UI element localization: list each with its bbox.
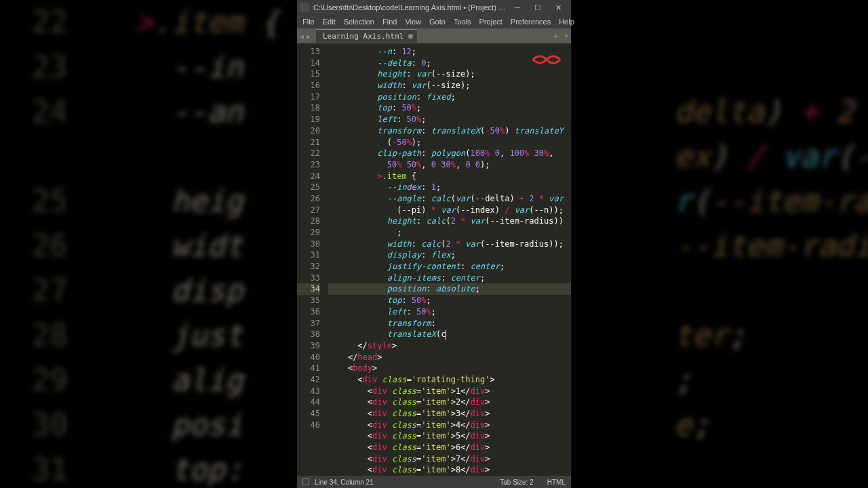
code-line[interactable]: <body> [328,363,571,374]
line-gutter: 1314151617181920212223242526272829303132… [297,43,326,476]
code-line[interactable]: (-50%); [328,137,571,148]
gutter-line: 34 [297,283,320,295]
code-line[interactable]: width: calc(2 * var(--item-radius)); [328,239,571,250]
add-tab-button[interactable]: + [553,30,559,41]
gutter-line: 20 [297,125,320,137]
status-position[interactable]: Line 34, Column 21 [315,479,374,486]
code-line[interactable]: <div class='item'>3</div> [328,408,571,420]
nav-fwd-icon[interactable]: ▶ [307,33,313,40]
menu-selection[interactable]: Selection [340,16,378,27]
code-line[interactable]: </style> [328,340,571,352]
menu-goto[interactable]: Goto [425,16,450,27]
code-line[interactable]: top: 50%; [328,102,571,114]
code-line[interactable]: display: flex; [328,249,571,261]
gutter-line: 22 [297,148,320,159]
code-line[interactable]: align-items: center; [328,272,571,284]
code-line[interactable]: height: var(--size); [328,68,571,80]
menu-project[interactable]: Project [475,16,507,27]
code-line[interactable]: --index: 1; [328,182,571,193]
code-line[interactable]: <div class='item'>1</div> [328,386,571,397]
app-icon [300,3,309,12]
gutter-line: 14 [297,58,320,69]
code-line[interactable]: <div class='item'>7</div> [328,453,571,465]
gutter-line: 30 [297,239,320,250]
tab-label: Learning Axis.html [323,32,403,41]
gutter-line: 26 [297,193,320,205]
dirty-indicator-icon [408,34,413,39]
code-line[interactable]: 50% 50%, 0 30%, 0 0); [328,159,571,171]
code-line[interactable]: ; [328,227,571,239]
gutter-line: 31 [297,249,320,261]
code-line[interactable]: left: 50%; [328,114,571,125]
close-button[interactable]: ✕ [548,1,568,14]
status-checkbox[interactable] [302,479,309,485]
gutter-line: 37 [297,318,320,329]
gutter-line: 33 [297,272,320,284]
code-line[interactable]: transform: translateX(-50%) translateY [328,125,571,137]
code-line[interactable]: <div class='item'>8</div> [328,464,571,476]
gutter-line: 19 [297,114,320,125]
code-line[interactable]: height: calc(2 * var(--item-radius)) [328,216,571,227]
code-line[interactable]: justify-content: center; [328,261,571,272]
gutter-line: 40 [297,352,320,363]
gutter-line: 25 [297,182,320,193]
code-line[interactable]: clip-path: polygon(100% 0, 100% 30%, [328,148,571,159]
menu-find[interactable]: Find [378,16,401,27]
menu-help[interactable]: Help [555,16,578,27]
gutter-line: 21 [297,137,320,148]
maximize-button[interactable]: ☐ [528,1,548,14]
gutter-line: 35 [297,295,320,306]
code-line[interactable]: top: 50%; [328,295,571,306]
minimize-button[interactable]: ─ [507,1,528,14]
gutter-line: 32 [297,261,320,272]
gutter-line: 27 [297,205,320,216]
code-line[interactable]: <div class='rotating-thing'> [328,374,571,386]
code-line[interactable]: >.item { [328,171,571,182]
gutter-line: 23 [297,159,320,171]
statusbar: Line 34, Column 21 Tab Size: 2 HTML [297,476,571,488]
tab-file[interactable]: Learning Axis.html [316,29,417,43]
code-line[interactable]: <div class='item'>6</div> [328,442,571,453]
gutter-line: 45 [297,408,320,420]
titlebar[interactable]: C:\Users\fb\Desktop\code\Learning Axis.h… [297,0,571,15]
code-line[interactable]: left: 50%; [328,306,571,318]
menu-view[interactable]: View [401,16,425,27]
menu-preferences[interactable]: Preferences [507,16,555,27]
code-line[interactable]: width: var(--size); [328,80,571,92]
code-line[interactable]: transform: [328,318,571,329]
gutter-line: 24 [297,171,320,182]
code-line[interactable]: </head> [328,352,571,363]
nav-back-icon[interactable]: ◀ [300,33,307,40]
status-language[interactable]: HTML [547,479,566,486]
gutter-line: 36 [297,306,320,318]
logo-icon [532,52,561,68]
code-line[interactable]: position: absolute; [328,283,571,295]
gutter-line: 29 [297,227,320,239]
code-line[interactable]: (--pi) * var(--index) / var(--n)); [328,205,571,216]
gutter-line: 17 [297,92,320,103]
titlebar-text: C:\Users\fb\Desktop\code\Learning Axis.h… [313,3,507,12]
editor-area[interactable]: 1314151617181920212223242526272829303132… [297,43,571,476]
gutter-line: 44 [297,396,320,408]
tab-menu-icon[interactable]: ▼ [565,33,568,39]
gutter-line: 39 [297,340,320,352]
gutter-line: 38 [297,329,320,340]
menu-file[interactable]: File [298,16,319,27]
code-line[interactable]: --angle: calc(var(--delta) + 2 * var [328,193,571,205]
gutter-line: 46 [297,420,320,431]
menu-tools[interactable]: Tools [450,16,475,27]
gutter-line: 41 [297,363,320,374]
code-line[interactable]: translateX(c [328,329,571,340]
editor-window: C:\Users\fb\Desktop\code\Learning Axis.h… [297,0,571,488]
gutter-line: 43 [297,386,320,397]
gutter-line: 42 [297,374,320,386]
gutter-line: 15 [297,68,320,80]
code-line[interactable]: position: fixed; [328,92,571,103]
menu-edit[interactable]: Edit [319,16,340,27]
code-line[interactable]: <div class='item'>2</div> [328,396,571,408]
menubar: FileEditSelectionFindViewGotoToolsProjec… [297,15,571,28]
code-line[interactable]: <div class='item'>5</div> [328,430,571,442]
code-area[interactable]: --n: 12; --delta: 0; height: var(--size)… [326,43,571,476]
status-tabsize[interactable]: Tab Size: 2 [500,479,533,486]
code-line[interactable]: <div class='item'>4</div> [328,420,571,431]
